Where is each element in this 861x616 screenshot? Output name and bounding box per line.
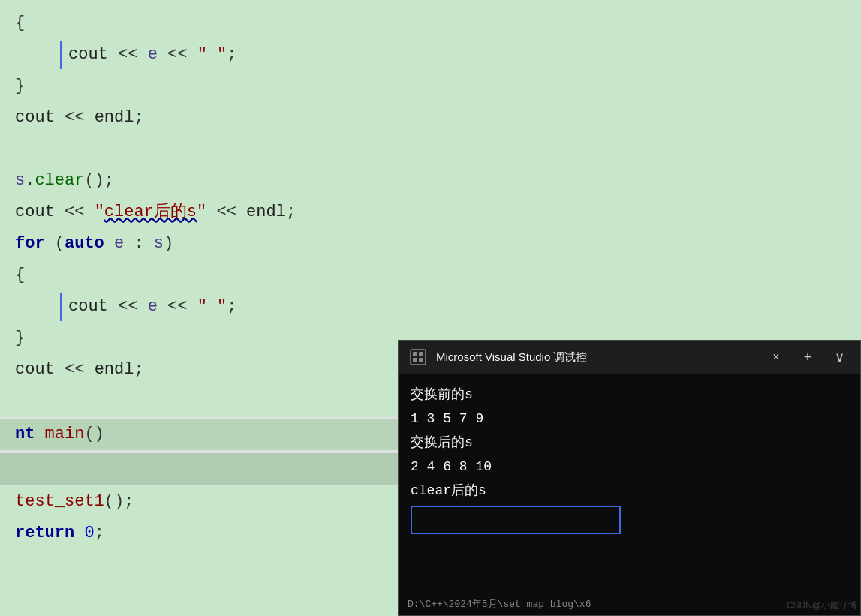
- terminal-new-tab-button[interactable]: +: [796, 345, 820, 369]
- code-line-1: {: [15, 8, 846, 39]
- terminal-dropdown-button[interactable]: ∨: [827, 345, 851, 369]
- terminal-title: Microsoft Visual Studio 调试控: [436, 350, 757, 365]
- code-line-2: cout << e << " " ;: [60, 39, 846, 71]
- block-indicator-2: [60, 293, 62, 321]
- svg-rect-3: [413, 358, 417, 362]
- svg-rect-2: [419, 352, 423, 356]
- code-line-7: cout << " clear后的s " << endl ;: [15, 197, 846, 228]
- block-indicator: [60, 41, 62, 69]
- terminal-body: 交换前的s 1 3 5 7 9 交换后的s 2 4 6 8 10 clear后的…: [399, 374, 860, 593]
- svg-rect-0: [411, 350, 426, 365]
- terminal-output-line-5: clear后的s: [411, 479, 848, 503]
- terminal-input-box[interactable]: [411, 506, 621, 534]
- code-line-3: }: [15, 71, 846, 102]
- terminal-output-line-4: 2 4 6 8 10: [411, 455, 848, 479]
- terminal-titlebar: Microsoft Visual Studio 调试控 × + ∨: [399, 341, 860, 374]
- terminal-close-button[interactable]: ×: [764, 345, 788, 369]
- svg-rect-1: [413, 352, 417, 356]
- svg-rect-4: [419, 358, 423, 362]
- terminal-output-line-3: 交换后的s: [411, 431, 848, 455]
- terminal-window: Microsoft Visual Studio 调试控 × + ∨ 交换前的s …: [398, 340, 861, 616]
- terminal-output-line-1: 交换前的s: [411, 383, 848, 407]
- code-line-4: cout << endl ;: [15, 102, 846, 134]
- code-line-9: {: [15, 260, 846, 291]
- code-line-6: s . clear ();: [15, 165, 846, 197]
- code-line-5: [15, 134, 846, 165]
- terminal-output-line-2: 1 3 5 7 9: [411, 407, 848, 431]
- code-line-10: cout << e << " " ;: [60, 291, 846, 323]
- code-line-8: for ( auto e : s ): [15, 228, 846, 260]
- watermark: CSDN@小能仔博: [787, 599, 857, 612]
- terminal-app-icon: [408, 347, 429, 368]
